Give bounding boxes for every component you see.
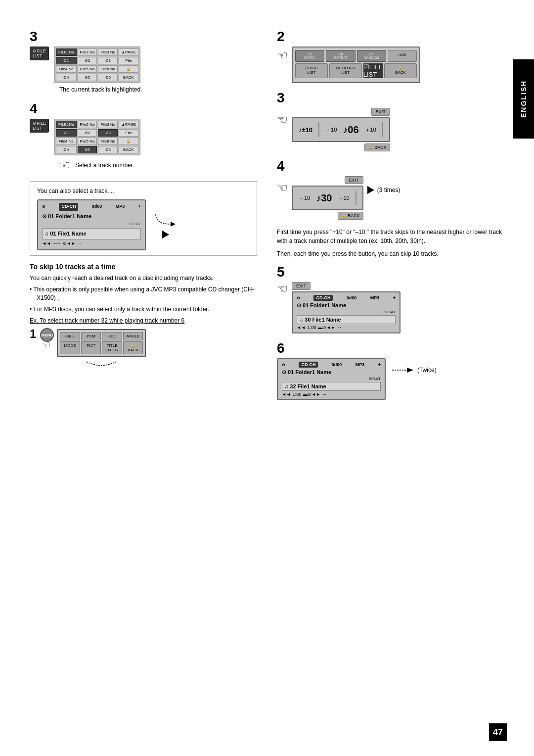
skip-section: To skip 10 tracks at a time You can quic…	[30, 263, 257, 369]
section-4-right: 4 ☞ EXIT －10 ♪30 ＋10	[277, 159, 504, 220]
repeat-btn[interactable]: OffREPEAT	[326, 50, 355, 62]
track-num-4: ♪30	[316, 192, 332, 204]
svg-marker-0	[171, 222, 176, 227]
section-4-content: ☞ EXIT －10 ♪30 ＋10 🔒 BACK	[277, 176, 504, 220]
file-cell: ⊘4	[56, 74, 77, 81]
dashed-arrow-6	[390, 365, 414, 375]
file-cell: ⊘1	[56, 57, 77, 64]
step-num-1: 1	[30, 328, 36, 340]
cdch-display-also: ⊙ CD-CH 0d00 MP3 + ⊙ 01 Folder1 Name SFL…	[37, 199, 146, 250]
file-cell: 🔒	[119, 65, 138, 73]
psm-btn[interactable]: PSM	[81, 332, 101, 340]
menu-screen-1: -SEL- PSM i-EQ. ANGLE MODE PICT TITLEENT…	[57, 329, 146, 369]
arrow-right-also	[162, 231, 169, 238]
folder-list-btn[interactable]: ⊙FOLDERLIST	[329, 63, 362, 78]
menu-hand: MENU ☞	[40, 328, 54, 342]
skip-label-4m: －10	[299, 194, 310, 202]
pm10-btn[interactable]: ♪±10	[388, 50, 417, 62]
file-grid-3: FILE1Na File2 Na File3 Na ▲PAGE ⊘1 ⊘2 ⊘3…	[54, 47, 140, 83]
skip-plus-3: ＋10	[365, 126, 376, 134]
section-2-right: 2 ☞ OffINTRO. OffREPEAT OffRANDOM ♪±10 ⊙…	[277, 30, 504, 83]
file-cell: ⊘2	[78, 57, 97, 64]
file-cell: File2 Na	[78, 121, 97, 128]
page-number: 47	[489, 723, 507, 741]
example-title: Ex. To select track number 32 while play…	[30, 317, 257, 324]
track-num-3: ♪06	[343, 124, 358, 136]
file-cell: BACK	[119, 146, 138, 153]
file-cell: ⊘2	[78, 129, 97, 137]
hand-icon-1: ☞	[42, 339, 51, 351]
twice-row: (Twice)	[390, 365, 437, 375]
left-column: 3 ⊙FILELIST FILE1Na File2 Na File3 Na ▲P…	[30, 30, 257, 408]
main-layout: 3 ⊙FILELIST FILE1Na File2 Na File3 Na ▲P…	[30, 30, 504, 408]
exit-btn-4[interactable]: EXIT	[345, 176, 363, 184]
file-cell: FILE1Na	[56, 48, 77, 56]
divider-3b	[382, 122, 383, 137]
skip-desc: You can quickly reach a desired track on…	[30, 274, 257, 283]
arrow-right-4	[367, 186, 374, 194]
arrow-times: (3 times)	[367, 186, 400, 194]
pict-btn[interactable]: PICT	[81, 341, 101, 354]
file-cell: 🔒	[119, 138, 138, 145]
right-column: 2 ☞ OffINTRO. OffREPEAT OffRANDOM ♪±10 ⊙…	[277, 30, 504, 408]
section-num-5r: 5	[277, 265, 504, 279]
file-cell: File6 Na	[98, 65, 118, 73]
angle-btn[interactable]: ANGLE	[123, 332, 143, 340]
curved-arrow-svg	[151, 212, 180, 227]
exit-btn-3[interactable]: EXIT	[371, 108, 390, 116]
sel-btn[interactable]: -SEL-	[60, 332, 80, 340]
ieq-btn[interactable]: i-EQ.	[102, 332, 122, 340]
caption-4: Select a track number.	[75, 162, 134, 169]
hand-pointer-4: ☞	[59, 158, 70, 172]
divider-4	[356, 190, 356, 205]
section-num-3: 3	[30, 30, 257, 44]
step-1-content: MENU ☞ -SEL- PSM i-EQ. ANGLE	[40, 328, 146, 369]
section-3-left: 3 ⊙FILELIST FILE1Na File2 Na File3 Na ▲P…	[30, 30, 257, 93]
back-btn-4[interactable]: 🔒 BACK	[338, 212, 363, 220]
bullet-2: • For MP3 discs, you can select only a t…	[30, 305, 257, 314]
arrows-also	[151, 212, 180, 238]
cdch-folder-5: ⊙ 01 Folder1 Name	[297, 302, 396, 309]
cdch-tag-6: CD-CH	[299, 362, 318, 368]
cdch-file-also: ♫ 01 File1 Name	[42, 228, 141, 239]
cdch-folder-6: ⊙ 01 Folder1 Name	[282, 369, 381, 376]
skip-title: To skip 10 tracks at a time	[30, 263, 257, 271]
section-2-content: ☞ OffINTRO. OffREPEAT OffRANDOM ♪±10 ⊙DI…	[277, 47, 504, 83]
exit-btn-5[interactable]: EXIT	[292, 282, 311, 290]
file-cell: ⊘1	[56, 129, 77, 137]
back-btn-mode[interactable]: 🔒BACK	[384, 63, 417, 78]
file-list-btn-r[interactable]: ☑FILELIST	[363, 63, 383, 78]
twice-label: (Twice)	[417, 367, 437, 374]
skip-minus-3[interactable]: ♪±10	[299, 126, 312, 134]
file-cell: ⊘3	[98, 57, 118, 64]
section-3-content: ☞ EXIT ♪±10 －10 ♪06 ＋10	[277, 108, 504, 151]
back-btn-3[interactable]: 🔒 BACK	[364, 143, 390, 151]
file-list-btn-4[interactable]: ⊙FILELIST	[30, 119, 49, 133]
hand-icon-2r: ☞	[277, 48, 288, 62]
file-cell: File4 Na	[56, 65, 77, 73]
section-num-4r: 4	[277, 159, 504, 173]
file-list-btn-3[interactable]: ⊙FILELIST	[30, 47, 49, 60]
file-cell: File4 Na	[56, 138, 77, 145]
cdch-controls-also: ◄◄ —— ⊙◄► ↔	[42, 240, 141, 247]
skip-plus-4: ＋10	[338, 194, 350, 202]
section-num-2r: 2	[277, 30, 504, 44]
section-3-right: 3 ☞ EXIT ♪±10 －10 ♪06 ＋10	[277, 91, 504, 151]
file-cell: ▲PAGE	[119, 48, 138, 56]
file-grid-4: FILE1Na File2 Na File3 Na ▲PAGE ⊘1 ⊘2 ⊘3…	[54, 119, 140, 155]
random-btn[interactable]: OffRANDOM	[357, 50, 386, 62]
hand-icon-4r: ☞	[277, 181, 288, 195]
section-5-content: ☞ EXIT ⊙ CD-CH 0d00 MP3 +	[277, 282, 504, 333]
disc-list-btn[interactable]: ⊙DISCLIST	[295, 63, 328, 78]
section-6-content: ⊙ CD-CH 0d00 MP3 + ⊙ 01 Folder1 Name SFL…	[277, 358, 504, 400]
file-cell: ⊘5	[78, 74, 97, 81]
file-cell: ⊘6	[98, 74, 118, 81]
mode-btn[interactable]: MODE	[60, 341, 80, 354]
file-cell: ⊘4	[56, 146, 77, 153]
file-cell: File5 Na	[78, 138, 97, 145]
intro-btn[interactable]: OffINTRO.	[295, 50, 324, 62]
title-entry-btn[interactable]: TITLEENTRY	[102, 341, 122, 354]
back-btn-menu[interactable]: 🔒BACK	[123, 341, 143, 354]
file-cell: FILE1Na	[56, 121, 77, 128]
divider-3	[318, 122, 319, 137]
